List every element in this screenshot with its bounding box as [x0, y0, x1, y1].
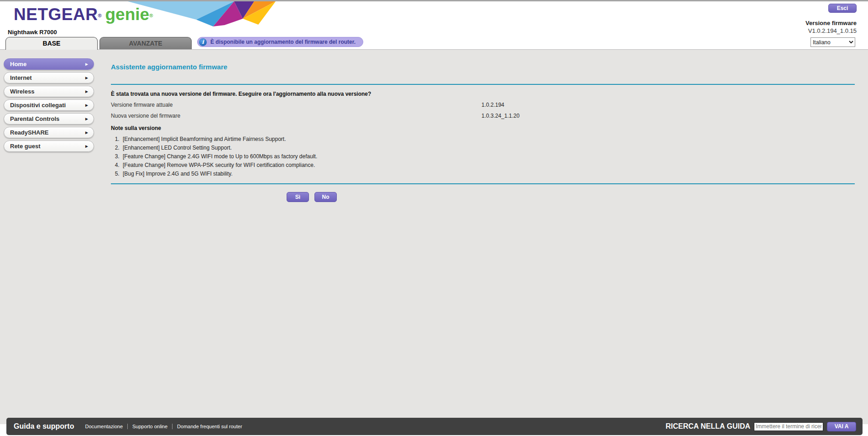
header: NETGEAR®genie® Nighthawk R7000 Esci Vers…	[0, 1, 868, 37]
main-content: Assistente aggiornamento firmware È stat…	[111, 63, 855, 202]
chevron-right-icon: ►	[84, 144, 89, 149]
language-select[interactable]: Italiano	[810, 37, 855, 47]
help-search-go-button[interactable]: VAI A	[827, 422, 856, 431]
chevron-right-icon: ►	[84, 62, 89, 67]
chevron-right-icon: ►	[84, 75, 89, 80]
release-note-item: [Feature Change] Change 2.4G WIFI mode t…	[121, 152, 855, 161]
release-note-item: [Enhancement] Implicit Beamforming and A…	[121, 135, 855, 144]
divider	[111, 84, 855, 85]
divider	[111, 183, 855, 184]
release-note-item: [Bug Fix] Improve 2.4G and 5G WIFI stabi…	[121, 170, 855, 178]
sidebar-item-label: Wireless	[10, 88, 84, 95]
sidebar-item-label: Dispositivi collegati	[10, 102, 84, 109]
confirm-button-row: Sì No	[111, 192, 512, 202]
chevron-right-icon: ►	[84, 130, 89, 135]
device-name: Nighthawk R7000	[8, 29, 57, 36]
current-firmware-row: Versione firmware attuale 1.0.2.194	[111, 102, 855, 108]
sidebar-item-home[interactable]: Home ►	[4, 58, 94, 70]
logout-button[interactable]: Esci	[828, 4, 857, 13]
no-button[interactable]: No	[314, 192, 337, 202]
sidebar-item-label: Parental Controls	[10, 115, 84, 122]
footer-link-supporto-online[interactable]: Supporto online	[127, 424, 172, 429]
current-firmware-value: 1.0.2.194	[481, 102, 504, 108]
release-note-item: [Feature Change] Remove WPA-PSK security…	[121, 161, 855, 170]
sidebar-item-wireless[interactable]: Wireless ►	[4, 86, 94, 97]
sidebar-item-label: Home	[10, 61, 84, 67]
footer-link-documentazione[interactable]: Documentazione	[80, 424, 127, 429]
footer: Guida e supporto Documentazione Supporto…	[6, 418, 863, 435]
release-note-item: [Enhancement] LED Control Setting Suppor…	[121, 144, 855, 152]
release-notes-list: [Enhancement] Implicit Beamforming and A…	[121, 135, 855, 178]
sidebar-item-label: Internet	[10, 74, 84, 81]
current-firmware-label: Versione firmware attuale	[111, 102, 481, 108]
yes-button[interactable]: Sì	[287, 192, 309, 202]
release-notes-heading: Note sulla versione	[111, 125, 855, 131]
chevron-right-icon: ►	[84, 89, 89, 94]
sidebar-item-dispositivi-collegati[interactable]: Dispositivi collegati ►	[4, 99, 94, 111]
firmware-version-label: Versione firmware	[805, 20, 857, 26]
sidebar-item-label: ReadySHARE	[10, 129, 84, 136]
firmware-update-notification[interactable]: i È disponibile un aggiornamento del fir…	[197, 37, 363, 47]
info-icon: i	[199, 38, 207, 46]
footer-links: Documentazione Supporto online Domande f…	[80, 424, 246, 429]
footer-link-domande-frequenti[interactable]: Domande frequenti sul router	[172, 424, 246, 429]
new-firmware-row: Nuova versione del firmware 1.0.3.24_1.1…	[111, 113, 855, 119]
new-firmware-label: Nuova versione del firmware	[111, 113, 481, 119]
netgear-wordmark: NETGEAR	[14, 5, 98, 24]
firmware-version-block: Versione firmware V1.0.2.194_1.0.15	[805, 20, 857, 34]
firmware-version-value: V1.0.2.194_1.0.15	[805, 27, 857, 34]
help-search-input[interactable]	[754, 422, 823, 431]
sidebar-item-internet[interactable]: Internet ►	[4, 72, 94, 83]
chevron-right-icon: ►	[84, 103, 89, 108]
new-firmware-value: 1.0.3.24_1.1.20	[481, 113, 519, 119]
chevron-right-icon: ►	[84, 116, 89, 121]
genie-ribbon-graphic	[128, 1, 278, 26]
sidebar-item-readyshare[interactable]: ReadySHARE ►	[4, 127, 94, 138]
sidebar-item-rete-guest[interactable]: Rete guest ►	[4, 140, 94, 152]
registered-mark: ®	[98, 13, 101, 18]
tab-avanzate[interactable]: AVANZATE	[99, 37, 192, 50]
sidebar-item-label: Rete guest	[10, 143, 84, 150]
sidebar: Home ► Internet ► Wireless ► Dispositivi…	[4, 58, 94, 154]
notification-text: È disponibile un aggiornamento del firmw…	[210, 39, 356, 45]
help-search-label: RICERCA NELLA GUIDA	[666, 422, 750, 431]
sidebar-item-parental-controls[interactable]: Parental Controls ►	[4, 113, 94, 125]
page-title: Assistente aggiornamento firmware	[111, 63, 855, 71]
footer-title: Guida e supporto	[14, 422, 74, 431]
tab-base[interactable]: BASE	[5, 37, 98, 50]
update-question: È stata trovata una nuova versione del f…	[111, 91, 855, 97]
